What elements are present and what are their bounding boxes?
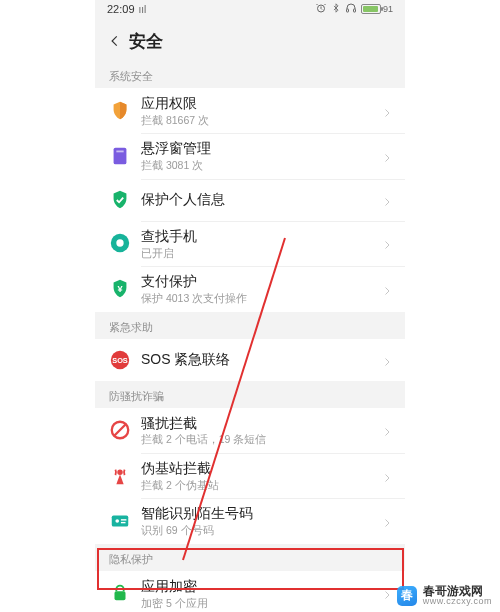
row-protect-personal-info[interactable]: 保护个人信息	[95, 179, 405, 221]
status-bar: 22:09 ııl 91	[95, 0, 405, 21]
svg-rect-4	[116, 151, 123, 153]
headphone-icon	[345, 2, 357, 16]
bluetooth-icon	[331, 2, 341, 16]
back-button[interactable]	[103, 29, 127, 53]
row-subtitle: 拦截 2 个电话，19 条短信	[141, 433, 381, 446]
battery-percentage: 91	[383, 4, 393, 14]
phone-frame: 22:09 ııl 91 安全 系统安全	[95, 0, 405, 609]
row-subtitle: 识别 69 个号码	[141, 524, 381, 537]
svg-line-11	[115, 425, 126, 436]
chevron-right-icon	[381, 105, 393, 117]
shield-icon	[109, 100, 131, 122]
row-title: 支付保护	[141, 273, 381, 290]
page-header: 安全	[95, 21, 405, 61]
row-app-encryption[interactable]: 应用加密 加密 5 个应用	[95, 571, 405, 612]
row-title: 保护个人信息	[141, 191, 381, 208]
chevron-right-icon	[381, 194, 393, 206]
chevron-right-icon	[381, 515, 393, 527]
svg-rect-2	[353, 9, 355, 12]
id-card-icon	[109, 510, 131, 532]
alarm-icon	[315, 2, 327, 16]
row-title: 查找手机	[141, 228, 381, 245]
row-subtitle: 保护 4013 次支付操作	[141, 292, 381, 305]
lock-icon	[109, 582, 131, 604]
chevron-right-icon	[381, 354, 393, 366]
chevron-right-icon	[381, 283, 393, 295]
row-find-phone[interactable]: 查找手机 已开启	[95, 221, 405, 266]
group-privacy: 应用加密 加密 5 个应用 儿童空间	[95, 571, 405, 612]
svg-rect-17	[115, 592, 126, 601]
status-time: 22:09	[107, 3, 135, 15]
sos-icon: SOS	[109, 349, 131, 371]
row-subtitle: 拦截 81667 次	[141, 114, 381, 127]
svg-rect-15	[121, 519, 127, 520]
row-subtitle: 已开启	[141, 247, 381, 260]
section-label-system: 系统安全	[95, 61, 405, 88]
payment-shield-icon: ¥	[109, 278, 131, 300]
svg-point-6	[116, 240, 123, 247]
section-label-privacy: 隐私保护	[95, 544, 405, 571]
tower-icon	[109, 465, 131, 487]
block-icon	[109, 419, 131, 441]
row-harassment-block[interactable]: 骚扰拦截 拦截 2 个电话，19 条短信	[95, 408, 405, 453]
chevron-right-icon	[381, 237, 393, 249]
svg-rect-16	[121, 522, 126, 523]
row-title: 骚扰拦截	[141, 415, 381, 432]
page-title: 安全	[129, 30, 163, 53]
svg-point-14	[115, 519, 119, 523]
row-floating-window[interactable]: 悬浮窗管理 拦截 3081 次	[95, 133, 405, 178]
svg-text:SOS: SOS	[112, 355, 128, 364]
chevron-right-icon	[381, 470, 393, 482]
row-title: SOS 紧急联络	[141, 351, 381, 368]
window-icon	[109, 145, 131, 167]
group-system: 应用权限 拦截 81667 次 悬浮窗管理 拦截 3081 次 保护个人信息	[95, 88, 405, 312]
watermark: 春 春哥游戏网 www.czcxy.com	[397, 585, 492, 606]
group-antifraud: 骚扰拦截 拦截 2 个电话，19 条短信 伪基站拦截 拦截 2 个伪基站 智能识…	[95, 408, 405, 544]
group-emergency: SOS SOS 紧急联络	[95, 339, 405, 381]
watermark-logo-icon: 春	[397, 586, 417, 606]
section-label-antifraud: 防骚扰诈骗	[95, 381, 405, 408]
battery-indicator: 91	[361, 4, 393, 14]
watermark-url: www.czcxy.com	[423, 597, 492, 606]
row-subtitle: 加密 5 个应用	[141, 597, 381, 610]
row-title: 智能识别陌生号码	[141, 505, 381, 522]
section-label-emergency: 紧急求助	[95, 312, 405, 339]
chevron-right-icon	[381, 150, 393, 162]
row-title: 伪基站拦截	[141, 460, 381, 477]
row-caller-id[interactable]: 智能识别陌生号码 识别 69 个号码	[95, 498, 405, 543]
svg-rect-3	[114, 148, 127, 165]
row-payment-protection[interactable]: ¥ 支付保护 保护 4013 次支付操作	[95, 266, 405, 311]
row-title: 应用加密	[141, 578, 381, 595]
signal-text-icon: ııl	[139, 4, 147, 15]
chevron-right-icon	[381, 587, 393, 599]
row-app-permissions[interactable]: 应用权限 拦截 81667 次	[95, 88, 405, 133]
row-subtitle: 拦截 2 个伪基站	[141, 479, 381, 492]
svg-rect-13	[112, 516, 129, 527]
svg-point-12	[118, 470, 122, 474]
chevron-right-icon	[381, 424, 393, 436]
shield-check-icon	[109, 189, 131, 211]
row-sos[interactable]: SOS SOS 紧急联络	[95, 339, 405, 381]
row-fake-base-station[interactable]: 伪基站拦截 拦截 2 个伪基站	[95, 453, 405, 498]
row-subtitle: 拦截 3081 次	[141, 159, 381, 172]
row-title: 悬浮窗管理	[141, 140, 381, 157]
locate-phone-icon	[109, 232, 131, 254]
svg-rect-1	[346, 9, 348, 12]
row-title: 应用权限	[141, 95, 381, 112]
